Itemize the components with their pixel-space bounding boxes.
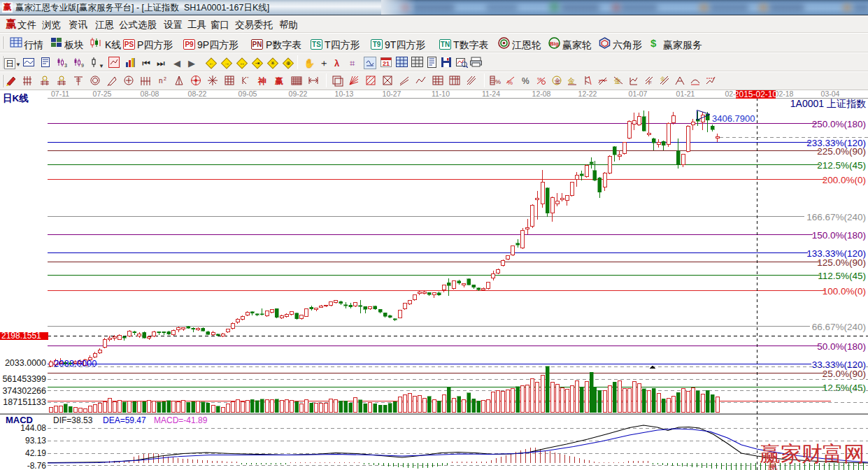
svg-text:07-11: 07-11 xyxy=(51,90,69,98)
svg-text:21: 21 xyxy=(383,60,390,67)
svg-text:25.0%(90): 25.0%(90) xyxy=(823,369,866,379)
svg-text:←: ← xyxy=(208,60,214,66)
svg-text:2033.0000: 2033.0000 xyxy=(5,358,46,368)
svg-text:66.67%(240): 66.67%(240) xyxy=(812,322,866,332)
svg-text:F: F xyxy=(648,80,652,86)
svg-text:11-24: 11-24 xyxy=(482,90,500,98)
svg-text:⊕: ⊕ xyxy=(286,60,291,66)
svg-text:%: % xyxy=(495,78,501,85)
svg-text:225.0%(90): 225.0%(90) xyxy=(817,146,866,157)
svg-text:08-22: 08-22 xyxy=(188,90,207,98)
svg-text:125.0%(90): 125.0%(90) xyxy=(817,257,866,268)
svg-text:→: → xyxy=(224,60,229,66)
svg-text:": " xyxy=(247,76,249,81)
svg-text:DEA=59.47: DEA=59.47 xyxy=(103,415,146,425)
svg-text:93.13: 93.13 xyxy=(25,436,46,446)
svg-text:09-05: 09-05 xyxy=(239,90,257,98)
svg-text:2033.0000: 2033.0000 xyxy=(54,358,97,369)
svg-text:250.0%(180): 250.0%(180) xyxy=(812,119,866,129)
svg-text:3406.7900: 3406.7900 xyxy=(712,113,755,124)
svg-text:150.0%(180): 150.0%(180) xyxy=(812,230,866,241)
svg-text:⇥: ⇥ xyxy=(255,60,260,66)
svg-text:02-18: 02-18 xyxy=(775,90,794,98)
svg-text:200.0%(0): 200.0%(0) xyxy=(823,175,866,185)
svg-text:03-04: 03-04 xyxy=(821,90,840,98)
svg-text:187151133: 187151133 xyxy=(3,397,46,407)
svg-text:n: n xyxy=(159,77,163,85)
svg-text:112.5%(45): 112.5%(45) xyxy=(818,271,866,281)
svg-text:↔: ↔ xyxy=(239,60,245,66)
svg-text:%: % xyxy=(537,76,542,83)
svg-text:100.0%(0): 100.0%(0) xyxy=(823,286,866,297)
svg-text:Big: Big xyxy=(550,41,559,47)
svg-text:561453399: 561453399 xyxy=(2,374,46,384)
svg-text:10-27: 10-27 xyxy=(383,90,401,98)
svg-text:日K线: 日K线 xyxy=(3,93,29,104)
svg-text:07-25: 07-25 xyxy=(93,90,112,98)
svg-text:01-21: 01-21 xyxy=(676,90,695,98)
svg-text:赢: 赢 xyxy=(768,460,778,470)
svg-text:08-08: 08-08 xyxy=(141,90,159,98)
svg-text:10-13: 10-13 xyxy=(335,90,354,98)
svg-text:42.19: 42.19 xyxy=(25,448,46,458)
svg-text:3: 3 xyxy=(64,63,67,68)
svg-text:%: % xyxy=(522,76,529,86)
svg-text:2015-02-10: 2015-02-10 xyxy=(734,90,778,99)
svg-text:%: % xyxy=(507,79,513,86)
svg-text:12-22: 12-22 xyxy=(578,90,597,98)
svg-text:1A0001 上证指数: 1A0001 上证指数 xyxy=(790,98,866,109)
svg-text:神: 神 xyxy=(257,76,266,86)
svg-text:-8.76: -8.76 xyxy=(27,461,47,470)
svg-text:DIF=38.53: DIF=38.53 xyxy=(53,415,93,425)
svg-text:✳: ✳ xyxy=(271,60,276,66)
svg-text:12-08: 12-08 xyxy=(532,90,551,98)
svg-text:金: 金 xyxy=(660,76,665,81)
svg-text:50.0%(180): 50.0%(180) xyxy=(817,341,866,352)
svg-text:212.5%(45): 212.5%(45) xyxy=(817,160,866,171)
svg-text:赢: 赢 xyxy=(274,76,283,86)
svg-text:2: 2 xyxy=(164,76,166,81)
svg-text:金: 金 xyxy=(613,77,621,85)
svg-text:374302266: 374302266 xyxy=(2,386,46,396)
svg-text:MACD=-41.89: MACD=-41.89 xyxy=(154,415,208,425)
svg-text:09-22: 09-22 xyxy=(289,90,308,98)
svg-text:01-07: 01-07 xyxy=(629,90,648,98)
svg-text:9: 9 xyxy=(81,63,84,68)
svg-text:2198.1551: 2198.1551 xyxy=(1,331,41,341)
svg-text:金: 金 xyxy=(567,77,575,85)
svg-text:12.5%(45): 12.5%(45) xyxy=(823,383,866,393)
svg-text:金: 金 xyxy=(555,78,561,85)
svg-text:166.67%(240): 166.67%(240) xyxy=(806,212,866,222)
svg-text:11-10: 11-10 xyxy=(432,90,450,98)
svg-text:144.08: 144.08 xyxy=(20,423,46,433)
